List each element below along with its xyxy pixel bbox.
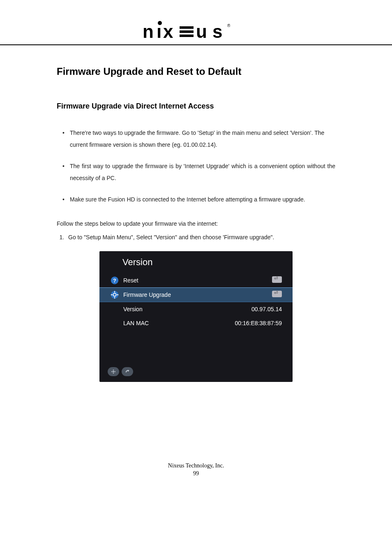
gear-icon <box>110 290 119 299</box>
menu-label: LAN MAC <box>123 320 235 326</box>
enter-key-icon <box>272 276 282 284</box>
screen-title: Version <box>99 251 293 273</box>
footer-page-number: 99 <box>0 469 392 478</box>
brand-logo: n ı x u s ® <box>143 21 249 41</box>
bullet-item: There're two ways to upgrade the firmwar… <box>57 127 335 151</box>
svg-text:s: s <box>212 21 222 39</box>
svg-rect-5 <box>180 30 194 33</box>
bullet-list: There're two ways to upgrade the firmwar… <box>57 127 335 206</box>
steps-list: Go to "Setup Main Menu", Select "Version… <box>57 231 335 243</box>
version-value: 00.97.05.14 <box>251 306 282 312</box>
device-screenshot: Version ? Reset <box>99 251 293 382</box>
back-icon[interactable] <box>122 367 133 376</box>
menu-item-firmware-upgrade[interactable]: Firmware Upgrade <box>99 287 293 302</box>
svg-rect-4 <box>180 26 194 29</box>
svg-text:?: ? <box>113 277 116 283</box>
screen-menu: ? Reset Firmware Upgrade <box>99 273 293 330</box>
question-icon: ? <box>110 276 119 285</box>
main-title: Firmware Upgrade and Reset to Default <box>57 66 335 77</box>
svg-point-18 <box>113 371 114 372</box>
bullet-item: Make sure the Fusion HD is connected to … <box>57 194 335 206</box>
footer-company: Nixeus Technology, Inc. <box>0 462 392 470</box>
svg-text:u: u <box>196 21 207 39</box>
svg-text:®: ® <box>227 23 231 28</box>
step-item: Go to "Setup Main Menu", Select "Version… <box>66 231 335 243</box>
sub-title: Firmware Upgrade via Direct Internet Acc… <box>57 102 335 111</box>
lan-mac-value: 00:16:E8:38:87:59 <box>235 320 282 326</box>
blank-icon <box>110 319 119 328</box>
bullet-item: The first way to upgrade the firmware is… <box>57 160 335 185</box>
follow-text: Follow the steps below to update your fi… <box>57 218 335 230</box>
page-header: n ı x u s ® <box>0 21 392 45</box>
menu-item-reset[interactable]: ? Reset <box>99 273 293 287</box>
menu-label: Reset <box>123 277 272 284</box>
svg-text:n: n <box>143 21 153 39</box>
svg-text:ı: ı <box>157 21 161 39</box>
menu-item-version: Version 00.97.05.14 <box>99 302 293 316</box>
svg-rect-6 <box>180 35 194 37</box>
page-footer: Nixeus Technology, Inc. 99 <box>0 462 392 478</box>
menu-label: Version <box>123 306 251 312</box>
blank-icon <box>110 305 119 314</box>
enter-key-icon <box>272 291 282 298</box>
svg-text:x: x <box>163 21 173 39</box>
menu-label: Firmware Upgrade <box>123 291 272 298</box>
screen-footer-controls <box>99 330 293 382</box>
menu-item-lan-mac: LAN MAC 00:16:E8:38:87:59 <box>99 316 293 330</box>
nav-dpad-icon[interactable] <box>108 367 119 376</box>
